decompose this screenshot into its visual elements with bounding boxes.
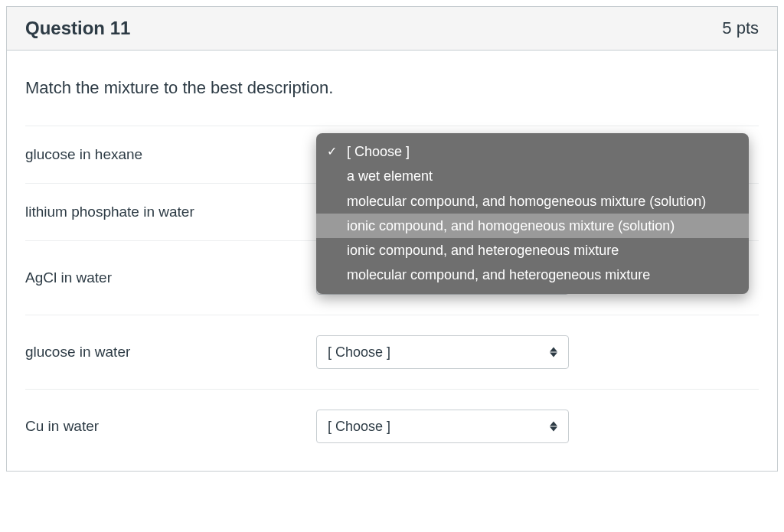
dropdown-option[interactable]: molecular compound, and homogeneous mixt… xyxy=(316,189,749,214)
match-label: AgCl in water xyxy=(25,269,316,286)
question-points: 5 pts xyxy=(722,18,759,38)
question-prompt: Match the mixture to the best descriptio… xyxy=(25,78,759,98)
match-label: glucose in hexane xyxy=(25,146,316,163)
dropdown-option[interactable]: molecular compound, and heterogeneous mi… xyxy=(316,263,749,287)
dropdown-option[interactable]: ionic compound, and homogeneous mixture … xyxy=(316,214,749,238)
check-icon: ✓ xyxy=(327,143,337,160)
match-label: glucose in water xyxy=(25,344,316,361)
dropdown-option-label: ionic compound, and heterogeneous mixtur… xyxy=(347,243,619,258)
question-body: Match the mixture to the best descriptio… xyxy=(7,51,777,471)
updown-icon xyxy=(550,422,557,432)
select-value: [ Choose ] xyxy=(328,419,390,435)
question-card: Question 11 5 pts Match the mixture to t… xyxy=(6,6,778,472)
dropdown-option[interactable]: ✓ [ Choose ] xyxy=(316,139,749,164)
match-row: glucose in water [ Choose ] xyxy=(25,315,759,389)
dropdown-option-label: [ Choose ] xyxy=(347,144,410,159)
question-header: Question 11 5 pts xyxy=(7,7,777,51)
dropdown-menu[interactable]: ✓ [ Choose ] a wet element molecular com… xyxy=(316,133,749,294)
dropdown-option-label: molecular compound, and heterogeneous mi… xyxy=(347,267,650,282)
answer-select[interactable]: [ Choose ] xyxy=(316,335,569,369)
dropdown-option[interactable]: ionic compound, and heterogeneous mixtur… xyxy=(316,238,749,263)
dropdown-option-label: molecular compound, and homogeneous mixt… xyxy=(347,194,706,209)
dropdown-option-label: a wet element xyxy=(347,168,433,184)
match-label: Cu in water xyxy=(25,418,316,435)
dropdown-option-label: ionic compound, and homogeneous mixture … xyxy=(347,218,675,233)
question-title: Question 11 xyxy=(25,18,130,39)
match-label: lithium phosphate in water xyxy=(25,204,316,220)
match-row: Cu in water [ Choose ] xyxy=(25,389,759,463)
answer-select[interactable]: [ Choose ] xyxy=(316,410,569,443)
updown-icon xyxy=(550,348,557,357)
select-value: [ Choose ] xyxy=(328,344,390,361)
dropdown-option[interactable]: a wet element xyxy=(316,164,749,188)
